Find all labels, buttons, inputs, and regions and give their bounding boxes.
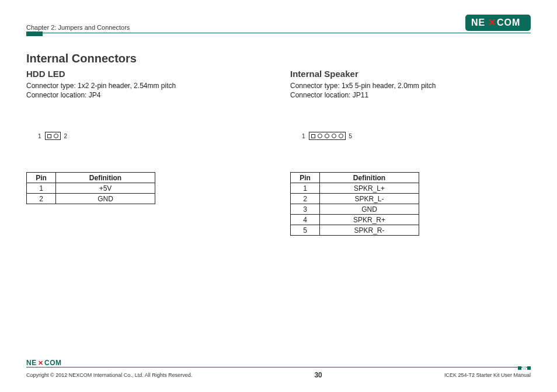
- hdd-led-spec-loc: Connector location: JP4: [26, 90, 267, 100]
- footer-divider: NE ✕ COM: [26, 366, 531, 368]
- pin1-square-icon: [311, 134, 315, 138]
- page-footer: NE ✕ COM Copyright © 2012 NEXCOM Interna…: [26, 366, 531, 379]
- svg-text:NE: NE: [471, 18, 485, 27]
- copyright-text: Copyright © 2012 NEXCOM International Co…: [26, 372, 192, 378]
- section-hdd-led: HDD LED Connector type: 1x2 2-pin header…: [26, 69, 267, 236]
- cell-pin: 2: [27, 194, 56, 204]
- chapter-label: Chapter 2: Jumpers and Connectors: [26, 24, 130, 31]
- cell-pin: 3: [291, 204, 320, 215]
- hdd-led-spec-type: Connector type: 1x2 2-pin header, 2.54mm…: [26, 81, 267, 90]
- page-number: 30: [314, 371, 322, 379]
- table-row: 1 +5V: [27, 183, 155, 194]
- pin2-circle-icon: [318, 134, 322, 138]
- table-row: 1 SPKR_L+: [291, 183, 419, 194]
- pin1-square-icon: [47, 134, 51, 138]
- pin-label-left: 1: [302, 133, 305, 139]
- hdd-led-pin-table: Pin Definition 1 +5V 2 GND: [26, 172, 155, 204]
- pin4-circle-icon: [332, 134, 336, 138]
- top-divider: [26, 32, 531, 34]
- cell-pin: 1: [291, 183, 320, 194]
- table-header-row: Pin Definition: [291, 173, 419, 183]
- table-row: 3 GND: [291, 204, 419, 215]
- cell-def: +5V: [56, 183, 155, 194]
- cell-pin: 2: [291, 194, 320, 204]
- pin5-circle-icon: [339, 134, 343, 138]
- page-title: Internal Connectors: [26, 52, 531, 65]
- cell-pin: 1: [27, 183, 56, 194]
- section-internal-speaker: Internal Speaker Connector type: 1x5 5-p…: [290, 69, 531, 236]
- pin2-circle-icon: [54, 134, 58, 138]
- speaker-diagram: 1 5: [302, 132, 531, 140]
- brand-logo-top: NE ✕ COM: [465, 15, 531, 31]
- cell-def: GND: [320, 204, 419, 215]
- cell-def: SPKR_L-: [320, 194, 419, 204]
- cell-def: SPKR_R-: [320, 225, 419, 236]
- svg-text:✕: ✕: [38, 359, 43, 366]
- table-row: 2 GND: [27, 194, 155, 204]
- cell-pin: 5: [291, 225, 320, 236]
- table-row: 2 SPKR_L-: [291, 194, 419, 204]
- pin-label-right: 2: [64, 133, 68, 139]
- svg-text:NE: NE: [26, 359, 37, 367]
- svg-text:COM: COM: [497, 18, 520, 27]
- pin-label-left: 1: [38, 133, 41, 139]
- table-row: 4 SPKR_R+: [291, 215, 419, 225]
- pin-header-box: [309, 132, 346, 140]
- speaker-title: Internal Speaker: [290, 69, 531, 79]
- th-def: Definition: [56, 173, 155, 183]
- pin-label-right: 5: [349, 133, 353, 139]
- pin3-circle-icon: [325, 134, 329, 138]
- speaker-spec-type: Connector type: 1x5 5-pin header, 2.0mm …: [290, 81, 531, 90]
- svg-text:✕: ✕: [488, 18, 496, 27]
- hdd-led-diagram: 1 2: [38, 132, 267, 140]
- cell-def: GND: [56, 194, 155, 204]
- th-def: Definition: [320, 173, 419, 183]
- th-pin: Pin: [27, 173, 56, 183]
- table-row: 5 SPKR_R-: [291, 225, 419, 236]
- cell-pin: 4: [291, 215, 320, 225]
- brand-logo-bottom: NE ✕ COM: [26, 359, 67, 367]
- cell-def: SPKR_R+: [320, 215, 419, 225]
- hdd-led-title: HDD LED: [26, 69, 267, 79]
- cell-def: SPKR_L+: [320, 183, 419, 194]
- footer-squares-icon: [518, 366, 531, 370]
- pin-header-box: [45, 132, 61, 140]
- manual-title: ICEK 254-T2 Starter Kit User Manual: [444, 372, 531, 378]
- th-pin: Pin: [291, 173, 320, 183]
- table-header-row: Pin Definition: [27, 173, 155, 183]
- speaker-spec-loc: Connector location: JP11: [290, 90, 531, 100]
- speaker-pin-table: Pin Definition 1 SPKR_L+ 2 SPKR_L- 3 GND…: [290, 172, 419, 236]
- svg-text:COM: COM: [44, 359, 62, 367]
